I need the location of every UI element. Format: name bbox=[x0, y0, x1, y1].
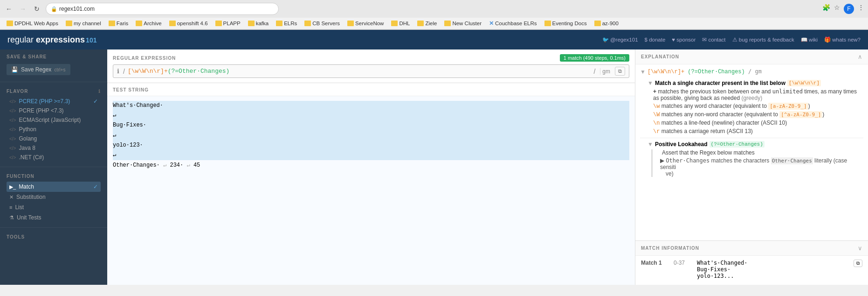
exp-bracket-toggle[interactable]: ▼ bbox=[648, 80, 653, 86]
explanation-body: ▼ [\w\W\n\r]+ (?=Other·Changes) / gm ▼ M… bbox=[635, 64, 868, 240]
exp-case-ve: ve) bbox=[666, 170, 863, 177]
code-icon: </> bbox=[9, 108, 16, 113]
function-match[interactable]: ▶_ Match ✓ bbox=[7, 182, 101, 192]
twitter-link[interactable]: 🐦 @regex101 bbox=[602, 36, 638, 43]
bookmark-faris[interactable]: Faris bbox=[106, 20, 131, 27]
browser-chrome: ← → ↻ 🔒 regex101.com 🧩 ☆ F ⋮ DPDHL Web A… bbox=[0, 0, 868, 30]
test-line-7: Other·Changes· bbox=[113, 162, 160, 169]
active-check-icon: ✓ bbox=[93, 183, 98, 190]
save-regex-button[interactable]: 💾 Save Regex ctrl+s bbox=[7, 64, 70, 75]
collapse-match-icon[interactable]: ∨ bbox=[858, 245, 862, 252]
bookmark-folder-icon bbox=[248, 21, 255, 26]
function-substitution[interactable]: ✕ Substitution bbox=[7, 192, 101, 202]
exp-lookahead-toggle[interactable]: ▼ bbox=[648, 141, 653, 148]
exp-lookahead-body: Assert that the Regex below matches ▶ Ot… bbox=[651, 149, 863, 177]
wiki-link[interactable]: 📖 wiki bbox=[801, 36, 818, 43]
active-check-icon: ✓ bbox=[93, 98, 98, 105]
flavor-pcre[interactable]: </> PCRE (PHP <7.3) bbox=[7, 106, 101, 115]
donate-link[interactable]: $ donate bbox=[645, 37, 666, 42]
bookmark-cbservers[interactable]: CB Servers bbox=[302, 20, 343, 27]
regex-copy-button[interactable]: ⧉ bbox=[615, 67, 625, 76]
bookmark-label: az-900 bbox=[602, 21, 619, 26]
bookmark-openshift[interactable]: openshift 4.6 bbox=[166, 20, 211, 27]
regex-pattern-display[interactable]: [\w\W\n\r]+(?=Other·Changes) bbox=[128, 68, 591, 75]
bookmark-label: openshift 4.6 bbox=[177, 21, 208, 26]
logo-101: 101 bbox=[86, 36, 96, 44]
tools-title: TOOLS bbox=[7, 234, 101, 240]
sponsor-link[interactable]: ♥ sponsor bbox=[672, 37, 696, 42]
save-share-section: SAVE & SHARE 💾 Save Regex ctrl+s bbox=[0, 49, 107, 80]
bookmark-folder-icon bbox=[594, 21, 601, 26]
flavor-golang[interactable]: </> Golang bbox=[7, 134, 101, 143]
app-header: regular expressions101 🐦 @regex101 $ don… bbox=[0, 30, 868, 49]
test-string-textarea[interactable]: What's·Changed· ↵ Bug·Fixes· ↵ yolo·123·… bbox=[107, 96, 635, 285]
divider-2 bbox=[0, 167, 107, 167]
nav-refresh-button[interactable]: ↻ bbox=[32, 4, 42, 14]
profile-icon[interactable]: F bbox=[844, 4, 854, 14]
exp-r-item: \r matches a carriage return (ASCII 13) bbox=[653, 128, 863, 135]
test-section-header: TEST STRING bbox=[107, 83, 635, 96]
extensions-icon[interactable]: 🧩 bbox=[822, 4, 830, 14]
regex-lookahead-part: (?=Other·Changes) bbox=[168, 68, 230, 75]
exp-plus-item: + matches the previous token between one… bbox=[653, 88, 863, 101]
bookmark-az900[interactable]: az-900 bbox=[592, 20, 621, 27]
address-bar[interactable]: 🔒 regex101.com bbox=[46, 3, 279, 15]
bookmark-couchbase[interactable]: ✕ Couchbase ELRs bbox=[486, 19, 540, 28]
code-icon: </> bbox=[9, 146, 16, 151]
flavor-pcre2[interactable]: </> PCRE2 (PHP >=7.3) ✓ bbox=[7, 97, 101, 106]
bookmark-newcluster[interactable]: New Cluster bbox=[441, 20, 484, 27]
menu-icon[interactable]: ⋮ bbox=[858, 4, 864, 14]
flavor-title: FLAVOR ℹ bbox=[7, 89, 101, 94]
nav-forward-button[interactable]: → bbox=[18, 4, 28, 14]
contact-link[interactable]: ✉ contact bbox=[702, 36, 725, 43]
bookmark-servicenow[interactable]: ServiceNow bbox=[344, 20, 386, 27]
function-list[interactable]: ≡ List bbox=[7, 202, 101, 212]
flavor-dotnet[interactable]: </> .NET (C#) bbox=[7, 153, 101, 162]
match-value-1: What's·Changed· Bug·Fixes· yolo·123... bbox=[697, 260, 747, 279]
exp-w-equiv: [a-zA-Z0-9_] bbox=[768, 103, 808, 110]
bookmark-kafka[interactable]: kafka bbox=[245, 20, 272, 27]
match-info-title: MATCH INFORMATION bbox=[641, 246, 699, 251]
bookmark-folder-icon bbox=[347, 21, 354, 26]
bookmark-dhl[interactable]: DHL bbox=[388, 20, 413, 27]
exp-lookahead-header: ▼ Positive Lookahead (?=Other·Changes) bbox=[648, 141, 863, 148]
flavor-python[interactable]: </> Python bbox=[7, 125, 101, 134]
function-unit-tests[interactable]: ⚗ Unit Tests bbox=[7, 212, 101, 223]
exp-unlimited-text: unlimited bbox=[772, 88, 803, 95]
test-line-6: ↵ bbox=[113, 150, 629, 160]
match-value-line2: Bug·Fixes· bbox=[697, 266, 747, 273]
match-copy-button[interactable]: ⧉ bbox=[854, 260, 862, 267]
bookmark-ziele[interactable]: Ziele bbox=[414, 20, 440, 27]
bookmark-folder-icon bbox=[215, 21, 222, 26]
exp-lookahead-text: (?=Other·Changes) bbox=[688, 69, 744, 75]
bookmark-label: Eventing Docs bbox=[552, 21, 587, 26]
bookmark-mychannel[interactable]: my channel bbox=[63, 20, 104, 27]
bookmark-eventing[interactable]: Eventing Docs bbox=[542, 20, 590, 27]
test-section: TEST STRING What's·Changed· ↵ Bug·Fixes·… bbox=[107, 83, 635, 285]
exp-toggle-arrow[interactable]: ▼ bbox=[640, 69, 646, 75]
bookmark-plapp[interactable]: PLAPP bbox=[213, 20, 243, 27]
code-icon: </> bbox=[9, 99, 16, 104]
bookmark-icon[interactable]: ☆ bbox=[834, 4, 840, 14]
match-value-line3: yolo·123... bbox=[697, 273, 747, 279]
regex-flags[interactable]: gm bbox=[600, 68, 612, 75]
exp-positive-lookahead-label: Positive Lookahead bbox=[655, 141, 708, 148]
flavor-ecmascript[interactable]: </> ECMAScript (JavaScript) bbox=[7, 115, 101, 125]
nav-back-button[interactable]: ← bbox=[4, 4, 14, 14]
flavor-java8[interactable]: </> Java 8 bbox=[7, 143, 101, 153]
regex-input-row[interactable]: ℹ / [\w\W\n\r]+(?=Other·Changes) / gm ⧉ bbox=[113, 64, 629, 78]
regex-section-header: REGULAR EXPRESSION 1 match (490 steps, 0… bbox=[113, 54, 629, 62]
bug-report-link[interactable]: ⚠ bug reports & feedback bbox=[732, 36, 794, 43]
bookmark-archive[interactable]: Archive bbox=[133, 20, 164, 27]
match-label-1: Match 1 bbox=[641, 260, 669, 266]
collapse-explanation-icon[interactable]: ∧ bbox=[858, 53, 862, 60]
code-icon: </> bbox=[9, 118, 16, 123]
whats-new-link[interactable]: 🎁 whats new? bbox=[824, 36, 861, 43]
bookmark-dpdhl[interactable]: DPDHL Web Apps bbox=[4, 20, 61, 27]
bookmark-elrs[interactable]: ELRs bbox=[273, 20, 300, 27]
bookmark-label: my channel bbox=[74, 21, 101, 26]
match-info-header[interactable]: MATCH INFORMATION ∨ bbox=[635, 241, 868, 256]
flavor-info-icon[interactable]: ℹ bbox=[98, 89, 101, 94]
match-range-1: 0-37 bbox=[674, 260, 692, 266]
exp-divider bbox=[640, 138, 863, 138]
